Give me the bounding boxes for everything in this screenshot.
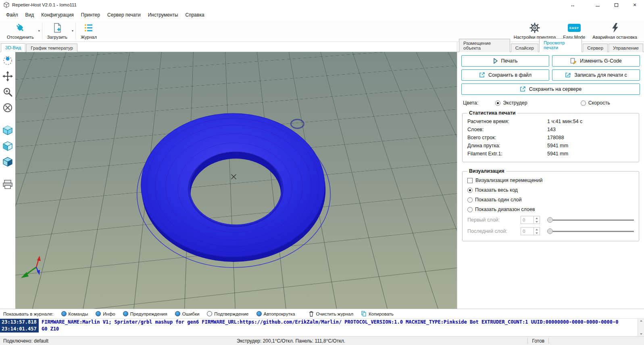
menu-file[interactable]: Файл — [2, 10, 22, 20]
disconnect-dropdown-icon[interactable]: ▾ — [38, 29, 41, 33]
copy-icon — [361, 311, 367, 317]
clear-log-button[interactable]: Очистить журнал — [308, 311, 354, 317]
status-separator — [527, 338, 528, 344]
3d-viewport[interactable] — [15, 52, 457, 309]
journal-list-icon — [83, 23, 94, 33]
tab-3d-view[interactable]: 3D-Вид — [1, 43, 25, 52]
colors-row: Цвета: Экструдер Скорость — [463, 100, 638, 106]
show-all-code-radio[interactable]: Показать весь код — [467, 185, 634, 195]
log-message: FIRMWARE_NAME:Marlin V1; Sprinter/grbl m… — [39, 319, 618, 326]
minimize-icon — [596, 6, 600, 6]
scroll-down-icon[interactable] — [640, 333, 642, 335]
move-viewport-icon[interactable] — [2, 71, 14, 82]
log-row: 23:14:01.457 G0 Z10 — [0, 326, 644, 332]
easy-badge: EASY — [568, 24, 581, 32]
edit-gcode-button[interactable]: Изменить G-Code — [552, 55, 640, 67]
radio-icon — [467, 197, 473, 203]
toggle-dot-icon — [256, 311, 262, 316]
checkbox-icon — [467, 178, 473, 183]
view-column: 3D-Вид График температур — [0, 42, 457, 309]
log-toggle-warnings[interactable]: Предупреждения — [123, 311, 167, 316]
maximize-button[interactable] — [607, 0, 625, 10]
menu-tools[interactable]: Инструменты — [144, 10, 182, 20]
stat-row: Filament Extr.1:5941 mm — [467, 150, 634, 158]
save-to-file-button[interactable]: Сохранить в файл — [461, 69, 549, 81]
first-layer-stepper[interactable]: 0 — [521, 216, 540, 224]
log-message: G0 Z10 — [39, 326, 59, 332]
slider-thumb[interactable] — [547, 217, 553, 223]
show-layer-range-radio[interactable]: Показать диапазон слоев — [467, 205, 634, 214]
close-button[interactable]: × — [625, 0, 644, 10]
app-cube-icon — [3, 2, 10, 8]
view-tabs: 3D-Вид График температур — [0, 42, 457, 52]
printer-state: Готов — [532, 338, 544, 344]
front-view-icon[interactable] — [2, 140, 14, 152]
save-to-server-button[interactable]: Сохранить на сервере — [461, 84, 640, 95]
fit-view-icon[interactable] — [2, 102, 14, 113]
rotate-view-icon[interactable] — [2, 55, 14, 66]
emergency-stop-button[interactable]: Аварийная остановка — [589, 21, 641, 41]
disconnect-button[interactable]: Отсоединить — [3, 21, 38, 41]
stepper-arrows-icon[interactable] — [534, 216, 540, 224]
slider-thumb[interactable] — [547, 228, 553, 234]
color-mode-speed-radio[interactable]: Скорость — [581, 100, 610, 106]
menu-print-server[interactable]: Сервер печати — [104, 10, 144, 20]
last-layer-stepper[interactable]: 0 — [521, 227, 540, 235]
menu-config[interactable]: Конфигурация — [38, 10, 77, 20]
connection-status: Подключено: default — [3, 338, 48, 344]
print-button[interactable]: Печать — [461, 55, 549, 67]
tab-slicer[interactable]: Слайсер — [511, 44, 538, 52]
tab-server[interactable]: Сервер — [583, 44, 608, 52]
tab-manual-control[interactable]: Управление — [609, 44, 643, 52]
first-layer-slider[interactable] — [547, 216, 634, 224]
resize-icon[interactable]: ↔ — [566, 0, 579, 10]
menu-printer[interactable]: Принтер — [77, 10, 104, 20]
toggle-dot-icon — [175, 311, 180, 316]
last-layer-row: Последний слой: 0 — [467, 226, 634, 237]
color-mode-extruder-radio[interactable]: Экструдер — [495, 100, 527, 106]
export-icon — [520, 86, 526, 92]
stat-row: Всего строк:178088 — [467, 134, 634, 142]
log-output[interactable]: 23:13:57.818 FIRMWARE_NAME:Marlin V1; Sp… — [0, 318, 644, 336]
menu-view[interactable]: Вид — [22, 10, 38, 20]
menu-help[interactable]: Справка — [182, 10, 208, 20]
save-for-sd-print-button[interactable]: Записать для печати с — [552, 69, 640, 81]
travel-moves-checkbox[interactable]: Визуализация перемещений — [467, 176, 634, 185]
show-single-layer-radio[interactable]: Показать один слой — [467, 195, 634, 205]
log-toggle-ack[interactable]: Подтверждение — [207, 311, 248, 316]
minimize-button[interactable] — [588, 0, 607, 10]
load-dropdown-icon[interactable]: ▾ — [71, 29, 74, 33]
toggle-dot-icon — [207, 311, 212, 316]
toggle-dot-icon — [123, 311, 128, 316]
radio-icon — [581, 100, 586, 106]
inner-wall — [189, 152, 283, 226]
tab-object-placement[interactable]: Размещение объекта — [459, 39, 510, 52]
last-layer-slider[interactable] — [547, 228, 634, 235]
journal-button[interactable]: Журнал — [77, 21, 100, 41]
right-panel-tabs: Размещение объекта Слайсер Просмотр печа… — [457, 42, 644, 52]
load-button[interactable]: Загрузить — [44, 21, 71, 41]
export-icon — [479, 72, 485, 78]
journal-label: Журнал — [81, 35, 97, 40]
zoom-view-icon[interactable] — [2, 86, 14, 98]
log-controls: Показывать в журнале: Команды Инфо Преду… — [0, 309, 644, 318]
print-statistics-group: Статистика печати Расчетное время:1 ч:41… — [462, 110, 639, 162]
log-toggle-autoscroll[interactable]: Автопрокрутка — [256, 311, 295, 316]
log-toggle-commands[interactable]: Команды — [61, 311, 88, 316]
log-toggle-info[interactable]: Инфо — [96, 311, 115, 316]
trash-icon — [308, 311, 314, 317]
tab-print-preview[interactable]: Просмотр печати — [539, 38, 582, 52]
isometric-view-icon[interactable] — [2, 125, 14, 136]
tab-temperature-graph[interactable]: График температур — [26, 44, 77, 52]
stepper-arrows-icon[interactable] — [534, 228, 540, 235]
show-printer-icon[interactable] — [2, 179, 14, 190]
copy-log-button[interactable]: Копировать — [361, 311, 394, 317]
slider-track — [547, 231, 634, 232]
disconnect-label: Отсоединить — [7, 35, 34, 40]
stat-row: Длина прутка:5941 mm — [467, 142, 634, 150]
log-toggle-errors[interactable]: Ошибки — [175, 311, 200, 316]
log-scrollbar[interactable] — [638, 319, 644, 336]
scroll-up-icon[interactable] — [640, 320, 642, 322]
top-view-icon[interactable] — [2, 156, 14, 167]
stat-row: Слоев:143 — [467, 125, 634, 134]
